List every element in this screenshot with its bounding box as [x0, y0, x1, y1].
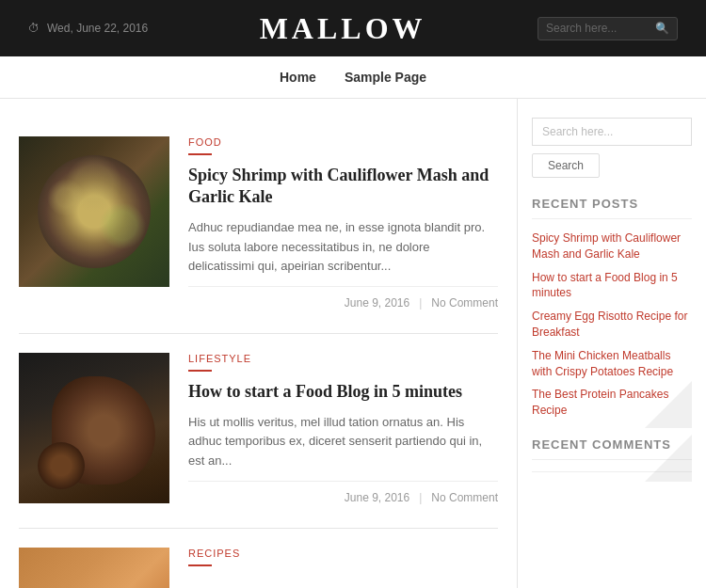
post-category-line [188, 153, 212, 155]
corner-decoration [645, 381, 692, 428]
nav-home[interactable]: Home [280, 70, 316, 85]
post-thumbnail-image [19, 548, 169, 588]
sidebar-search-button[interactable]: Search [532, 153, 600, 178]
clock-icon: ⏱ [28, 22, 40, 36]
sidebar-search-input[interactable] [532, 118, 692, 146]
header-search-input[interactable] [546, 22, 650, 35]
recent-post-link[interactable]: Creamy Egg Risotto Recipe for Breakfast [532, 309, 692, 341]
post-comment: No Comment [431, 296, 498, 310]
recent-post-link[interactable]: Spicy Shrimp with Cauliflower Mash and G… [532, 230, 692, 262]
site-title: MALLOW [148, 11, 538, 46]
separator: | [419, 296, 422, 310]
header-left: ⏱ Wed, June 22, 2016 [28, 22, 148, 36]
post-body: RECIPES [188, 548, 498, 588]
post-category: FOOD [188, 136, 498, 148]
site-header: ⏱ Wed, June 22, 2016 MALLOW 🔍 [0, 0, 706, 56]
post-card: RECIPES [19, 529, 498, 588]
post-footer: June 9, 2016 | No Comment [188, 286, 498, 314]
post-thumbnail-image [19, 136, 169, 287]
nav-sample-page[interactable]: Sample Page [345, 70, 426, 85]
main-nav: Home Sample Page [0, 56, 706, 99]
post-body: FOOD Spicy Shrimp with Cauliflower Mash … [188, 136, 498, 314]
main-container: FOOD Spicy Shrimp with Cauliflower Mash … [0, 99, 706, 588]
recent-comments-widget: Recent Comments [532, 437, 692, 472]
post-thumbnail [19, 548, 169, 588]
post-title: Spicy Shrimp with Cauliflower Mash and G… [188, 165, 498, 209]
recent-post-link[interactable]: The Mini Chicken Meatballs with Crispy P… [532, 348, 692, 380]
post-comment: No Comment [431, 491, 498, 504]
post-thumbnail [19, 353, 169, 503]
post-card: FOOD Spicy Shrimp with Cauliflower Mash … [19, 118, 498, 334]
sidebar: Search Recent Posts Spicy Shrimp with Ca… [518, 99, 706, 588]
post-title: How to start a Food Blog in 5 minutes [188, 381, 498, 403]
header-search-icon: 🔍 [655, 22, 669, 36]
post-excerpt: Adhuc repudiandae mea ne, in esse ignota… [188, 218, 498, 277]
post-footer: June 9, 2016 | No Comment [188, 481, 498, 509]
post-card: LIFESTYLE How to start a Food Blog in 5 … [19, 334, 498, 529]
post-body: LIFESTYLE How to start a Food Blog in 5 … [188, 353, 498, 509]
recent-post-link[interactable]: How to start a Food Blog in 5 minutes [532, 270, 692, 302]
recent-posts-title: Recent Posts [532, 197, 692, 219]
post-category-line [188, 370, 212, 372]
header-date: Wed, June 22, 2016 [47, 22, 148, 35]
corner-decoration [645, 435, 692, 482]
separator: | [419, 491, 422, 504]
post-category-line [188, 564, 212, 566]
content-area: FOOD Spicy Shrimp with Cauliflower Mash … [0, 99, 518, 588]
post-category: RECIPES [188, 548, 498, 559]
sidebar-search-widget: Search [532, 118, 692, 178]
post-excerpt: His ut mollis veritus, mel illud tation … [188, 413, 498, 471]
post-thumbnail-image [19, 353, 169, 503]
post-date: June 9, 2016 [345, 491, 409, 504]
post-thumbnail [19, 136, 169, 287]
post-category: LIFESTYLE [188, 353, 498, 364]
post-date: June 9, 2016 [345, 296, 409, 310]
recent-posts-widget: Recent Posts Spicy Shrimp with Cauliflow… [532, 197, 692, 419]
header-search-box[interactable]: 🔍 [538, 17, 678, 40]
